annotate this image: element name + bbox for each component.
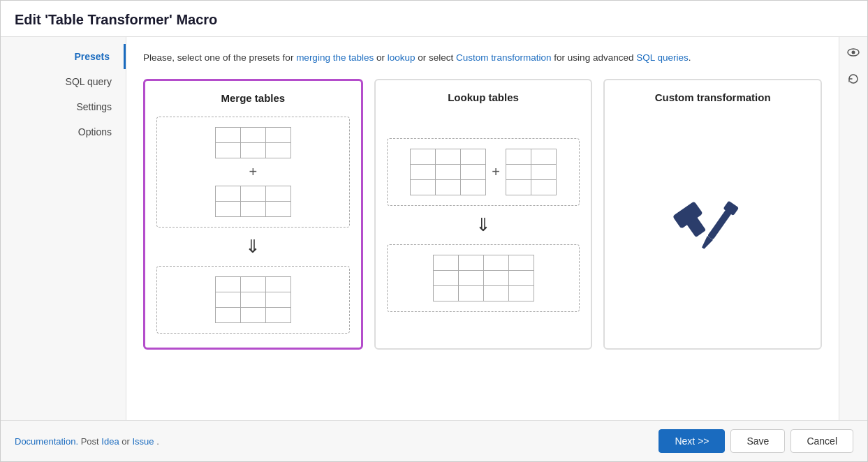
merge-bottom-dashed	[156, 266, 350, 334]
merge-arrow: ⇓	[245, 236, 260, 258]
card-lookup-illustration: + ⇓	[387, 113, 580, 337]
lookup-table-2	[506, 149, 557, 195]
lookup-bottom-dashed	[387, 244, 580, 312]
merge-table-1	[215, 127, 291, 158]
card-merge-title: Merge tables	[221, 92, 285, 104]
save-button[interactable]: Save	[730, 429, 785, 453]
lookup-tables-row: +	[410, 146, 557, 198]
modal-title: Edit 'Table Transformer' Macro	[15, 12, 853, 28]
card-custom-transformation[interactable]: Custom transformation	[603, 79, 822, 350]
preview-icon-btn[interactable]	[844, 43, 863, 62]
modal-footer: Documentation. Post Idea or Issue . Next…	[1, 420, 867, 461]
cancel-button[interactable]: Cancel	[790, 429, 853, 453]
card-custom-title: Custom transformation	[655, 91, 771, 103]
card-custom-illustration	[616, 113, 809, 337]
merge-table-2	[215, 186, 291, 217]
custom-transformation-link[interactable]: Custom transformation	[456, 52, 552, 63]
modal-header: Edit 'Table Transformer' Macro	[1, 1, 867, 37]
modal-container: Edit 'Table Transformer' Macro Presets S…	[0, 0, 868, 462]
issue-link[interactable]: Issue	[132, 436, 154, 447]
lookup-link[interactable]: lookup	[388, 52, 415, 63]
lookup-top-dashed: +	[387, 138, 580, 206]
sql-queries-link[interactable]: SQL queries	[636, 52, 689, 63]
footer-buttons: Next >> Save Cancel	[659, 429, 853, 453]
sidebar-item-options[interactable]: Options	[1, 119, 126, 144]
lookup-result-table	[433, 255, 534, 301]
card-lookup-tables[interactable]: Lookup tables +	[374, 79, 593, 350]
lookup-plus: +	[492, 164, 500, 180]
right-icons-panel	[839, 37, 867, 420]
content-area: Please, select one of the presets for me…	[126, 37, 839, 420]
eye-icon	[847, 46, 860, 59]
sidebar-item-sql-query[interactable]: SQL query	[1, 69, 126, 94]
sidebar-item-presets[interactable]: Presets	[1, 44, 126, 69]
svg-point-6	[852, 51, 855, 54]
documentation-link[interactable]: Documentation.	[15, 436, 78, 447]
merge-plus: +	[249, 164, 257, 180]
footer-links: Documentation. Post Idea or Issue .	[15, 436, 159, 447]
lookup-table-1	[410, 149, 486, 195]
card-merge-tables[interactable]: Merge tables +	[143, 79, 363, 350]
refresh-icon-btn[interactable]	[844, 69, 863, 89]
tools-svg-icon	[671, 184, 755, 267]
merge-result-table	[215, 276, 291, 323]
refresh-icon	[847, 73, 860, 85]
lookup-arrow: ⇓	[476, 214, 491, 236]
merging-tables-link[interactable]: merging the tables	[296, 52, 374, 63]
sidebar-item-settings[interactable]: Settings	[1, 94, 126, 119]
cards-container: Merge tables +	[143, 79, 822, 350]
modal-body: Presets SQL query Settings Options Pleas…	[1, 37, 867, 420]
idea-link[interactable]: Idea	[101, 436, 119, 447]
merge-top-dashed: +	[156, 117, 350, 228]
card-merge-illustration: + ⇓	[156, 114, 350, 336]
card-lookup-title: Lookup tables	[448, 91, 519, 103]
description-text: Please, select one of the presets for me…	[143, 51, 822, 65]
next-button[interactable]: Next >>	[659, 429, 725, 453]
sidebar: Presets SQL query Settings Options	[1, 37, 126, 420]
